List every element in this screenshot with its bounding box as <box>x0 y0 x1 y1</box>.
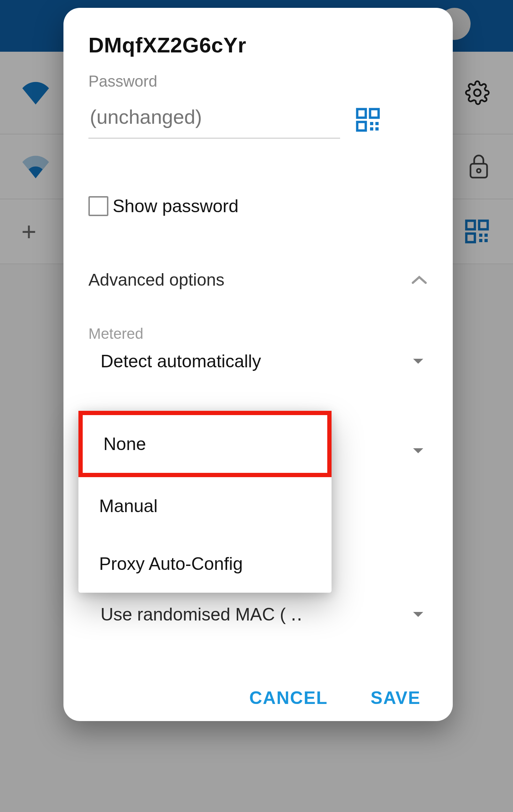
qr-scan-icon[interactable] <box>355 107 380 132</box>
chevron-up-icon <box>411 275 428 285</box>
proxy-option-manual[interactable]: Manual <box>78 477 332 535</box>
svg-rect-16 <box>375 127 379 131</box>
mac-select[interactable]: Use randomised MAC ( ‥ <box>88 604 428 625</box>
mac-value: Use randomised MAC ( ‥ <box>101 604 303 625</box>
dialog-footer: CANCEL SAVE <box>63 688 453 708</box>
advanced-options-toggle[interactable]: Advanced options <box>88 270 428 290</box>
svg-rect-14 <box>375 122 379 125</box>
dropdown-icon <box>412 611 424 618</box>
dropdown-icon <box>412 358 424 365</box>
proxy-option-none[interactable]: None <box>78 411 332 477</box>
metered-value: Detect automatically <box>101 351 261 372</box>
svg-rect-11 <box>370 109 379 118</box>
svg-rect-13 <box>370 122 373 125</box>
cancel-button[interactable]: CANCEL <box>249 688 328 708</box>
show-password-row[interactable]: Show password <box>88 196 428 216</box>
metered-group: Metered Detect automatically <box>88 325 428 380</box>
dropdown-icon <box>412 447 424 454</box>
password-label: Password <box>88 72 428 90</box>
svg-rect-10 <box>357 109 366 118</box>
metered-select[interactable]: Detect automatically <box>88 342 428 380</box>
metered-label: Metered <box>88 325 428 342</box>
proxy-option-pac[interactable]: Proxy Auto-Config <box>78 535 332 593</box>
password-input[interactable] <box>88 100 340 139</box>
save-button[interactable]: SAVE <box>371 688 421 708</box>
proxy-dropdown-menu: None Manual Proxy Auto-Config <box>78 411 332 593</box>
show-password-checkbox[interactable] <box>88 196 108 216</box>
advanced-options-label: Advanced options <box>88 270 225 290</box>
svg-rect-15 <box>370 127 373 131</box>
show-password-label: Show password <box>113 196 238 216</box>
network-edit-dialog: DMqfXZ2G6cYr Password Show password Adva… <box>63 8 453 721</box>
svg-rect-12 <box>357 122 366 131</box>
dialog-title: DMqfXZ2G6cYr <box>88 33 428 57</box>
